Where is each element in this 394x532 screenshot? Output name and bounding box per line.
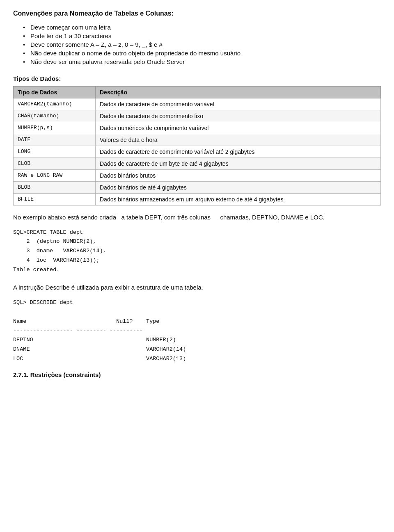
table-row: BFILE Dados binários armazenados em um a…	[14, 194, 381, 205]
data-types-table: Tipo de Dados Descrição VARCHAR2(tamanho…	[13, 86, 381, 205]
desc-cell: Dados binários brutos	[96, 170, 381, 182]
type-cell: VARCHAR2(tamanho)	[14, 98, 96, 110]
desc-cell: Dados de caractere de um byte de até 4 g…	[96, 158, 381, 170]
table-header-descricao: Descrição	[96, 87, 381, 98]
bullet-item: Pode ter de 1 a 30 caracteres	[23, 32, 381, 39]
section-271-heading: 2.7.1. Restrições (constraints)	[13, 371, 381, 378]
describe-output: SQL> DESCRIBE dept Name Null? Type -----…	[13, 298, 381, 364]
bullet-item: Não deve ser uma palavra reservada pelo …	[23, 58, 381, 65]
create-table-code: SQL>CREATE TABLE dept 2 (deptno NUMBER(2…	[13, 228, 381, 275]
type-cell: LONG	[14, 146, 96, 158]
instrucao-paragraph: A instrução Describe é utilizada para ex…	[13, 283, 381, 292]
type-cell: CLOB	[14, 158, 96, 170]
type-cell: NUMBER(p,s)	[14, 122, 96, 134]
desc-cell: Valores de data e hora	[96, 134, 381, 146]
table-row: CHAR(tamanho) Dados de caractere de comp…	[14, 110, 381, 122]
bullet-item: Não deve duplicar o nome de outro objeto…	[23, 50, 381, 57]
bullet-item: Deve começar com uma letra	[23, 24, 381, 31]
table-header-tipo: Tipo de Dados	[14, 87, 96, 98]
desc-cell: Dados de caractere de comprimento variáv…	[96, 146, 381, 158]
example-paragraph: No exemplo abaixo está sendo criada a ta…	[13, 213, 381, 222]
bullet-list: Deve começar com uma letra Pode ter de 1…	[23, 24, 381, 65]
tipos-section-title: Tipos de Dados:	[13, 75, 381, 82]
type-cell: BFILE	[14, 194, 96, 205]
main-title: Convenções para Nomeação de Tabelas e Co…	[13, 10, 381, 17]
table-row: LONG Dados de caractere de comprimento v…	[14, 146, 381, 158]
desc-cell: Dados binários de até 4 gigabytes	[96, 182, 381, 194]
bullet-item: Deve conter somente A – Z, a – z, 0 – 9,…	[23, 41, 381, 48]
table-row: VARCHAR2(tamanho) Dados de caractere de …	[14, 98, 381, 110]
desc-cell: Dados de caractere de comprimento fixo	[96, 110, 381, 122]
table-row: NUMBER(p,s) Dados numéricos de comprimen…	[14, 122, 381, 134]
type-cell: RAW e LONG RAW	[14, 170, 96, 182]
table-row: BLOB Dados binários de até 4 gigabytes	[14, 182, 381, 194]
type-cell: BLOB	[14, 182, 96, 194]
desc-cell: Dados binários armazenados em um arquivo…	[96, 194, 381, 205]
desc-cell: Dados numéricos de comprimento variável	[96, 122, 381, 134]
table-row: RAW e LONG RAW Dados binários brutos	[14, 170, 381, 182]
type-cell: DATE	[14, 134, 96, 146]
table-row: DATE Valores de data e hora	[14, 134, 381, 146]
desc-cell: Dados de caractere de comprimento variáv…	[96, 98, 381, 110]
type-cell: CHAR(tamanho)	[14, 110, 96, 122]
table-row: CLOB Dados de caractere de um byte de at…	[14, 158, 381, 170]
